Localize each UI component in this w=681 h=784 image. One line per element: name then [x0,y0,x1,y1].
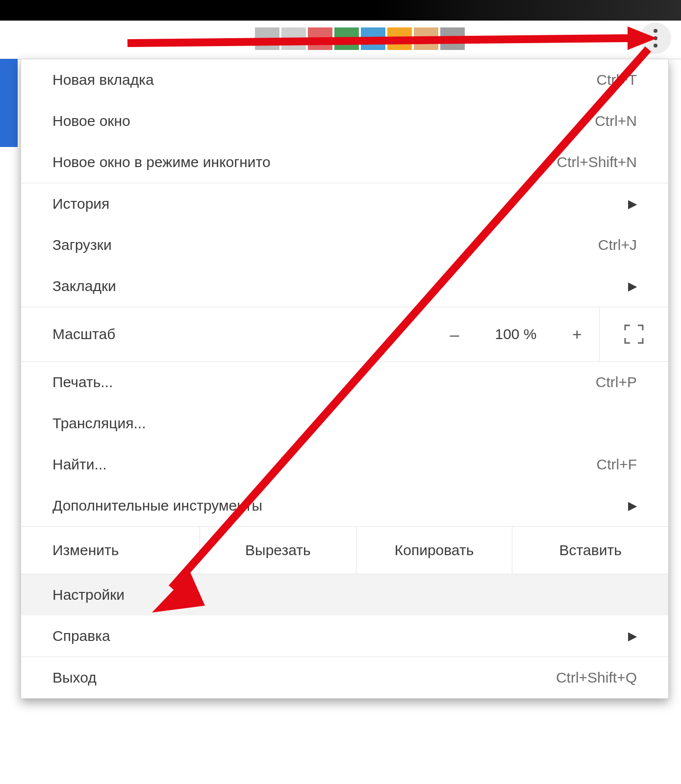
extension-icon[interactable] [440,27,465,50]
menu-item-downloads[interactable]: Загрузки Ctrl+J [21,224,668,266]
menu-item-shortcut: Ctrl+J [598,237,637,253]
window-title-bar [0,0,681,21]
fullscreen-button[interactable] [599,307,668,361]
fullscreen-icon [623,323,645,345]
menu-item-label: Настройки [52,587,125,603]
edit-paste-button[interactable]: Вставить [512,527,668,574]
menu-item-label: Справка [52,628,110,644]
menu-item-label: Новая вкладка [52,72,154,88]
svg-point-0 [654,29,657,33]
menu-item-find[interactable]: Найти... Ctrl+F [21,444,668,485]
menu-item-exit[interactable]: Выход Ctrl+Shift+Q [21,657,668,698]
menu-item-shortcut: Ctrl+T [597,72,637,88]
menu-item-label: Печать... [52,374,113,391]
menu-item-settings[interactable]: Настройки [21,574,668,615]
menu-item-help[interactable]: Справка ▶ [21,615,668,657]
zoom-label: Масштаб [52,326,115,343]
menu-item-shortcut: Ctrl+N [595,113,637,129]
menu-item-label: Выход [52,669,97,686]
extension-icon[interactable] [361,27,385,50]
chrome-menu-button[interactable] [640,23,671,54]
menu-item-label: История [52,196,109,212]
browser-toolbar [0,21,681,59]
extension-icons [255,27,465,50]
zoom-out-button[interactable]: – [432,307,477,361]
menu-item-print[interactable]: Печать... Ctrl+P [21,362,668,403]
edit-label: Изменить [21,542,200,559]
menu-item-label: Трансляция... [52,415,146,432]
menu-item-shortcut: Ctrl+Shift+N [557,154,637,171]
extension-icon[interactable] [334,27,359,50]
chevron-right-icon: ▶ [628,197,637,211]
menu-item-label: Дополнительные инструменты [52,497,262,514]
menu-item-label: Новое окно в режиме инкогнито [52,154,271,171]
menu-item-zoom: Масштаб – 100 % + [21,307,668,361]
menu-item-label: Новое окно [52,113,130,129]
svg-point-2 [654,44,657,48]
menu-item-label: Закладки [52,278,116,294]
menu-item-label: Загрузки [52,237,112,253]
menu-item-edit: Изменить Вырезать Копировать Вставить [21,527,668,574]
extension-icon[interactable] [255,27,279,50]
menu-item-shortcut: Ctrl+F [597,456,637,473]
extension-icon[interactable] [387,27,412,50]
chevron-right-icon: ▶ [628,279,637,293]
extension-icon[interactable] [414,27,438,50]
zoom-value: 100 % [477,326,555,343]
chevron-right-icon: ▶ [628,629,637,643]
edit-copy-button[interactable]: Копировать [356,527,512,574]
more-vertical-icon [654,29,657,48]
edit-cut-button[interactable]: Вырезать [200,527,356,574]
svg-point-1 [654,36,657,40]
extension-icon[interactable] [281,27,306,50]
menu-item-new-incognito-window[interactable]: Новое окно в режиме инкогнито Ctrl+Shift… [21,142,668,183]
menu-item-bookmarks[interactable]: Закладки ▶ [21,266,668,307]
menu-item-history[interactable]: История ▶ [21,183,668,224]
menu-item-cast[interactable]: Трансляция... [21,403,668,444]
menu-item-label: Найти... [52,456,107,473]
menu-item-shortcut: Ctrl+Shift+Q [556,669,637,686]
menu-item-new-tab[interactable]: Новая вкладка Ctrl+T [21,59,668,100]
zoom-in-button[interactable]: + [555,307,599,361]
menu-item-more-tools[interactable]: Дополнительные инструменты ▶ [21,485,668,526]
page-accent-strip [0,59,18,147]
chevron-right-icon: ▶ [628,499,637,513]
menu-item-shortcut: Ctrl+P [596,374,637,391]
chrome-main-menu: Новая вкладка Ctrl+T Новое окно Ctrl+N Н… [21,59,669,699]
extension-icon[interactable] [308,27,332,50]
menu-item-new-window[interactable]: Новое окно Ctrl+N [21,100,668,142]
